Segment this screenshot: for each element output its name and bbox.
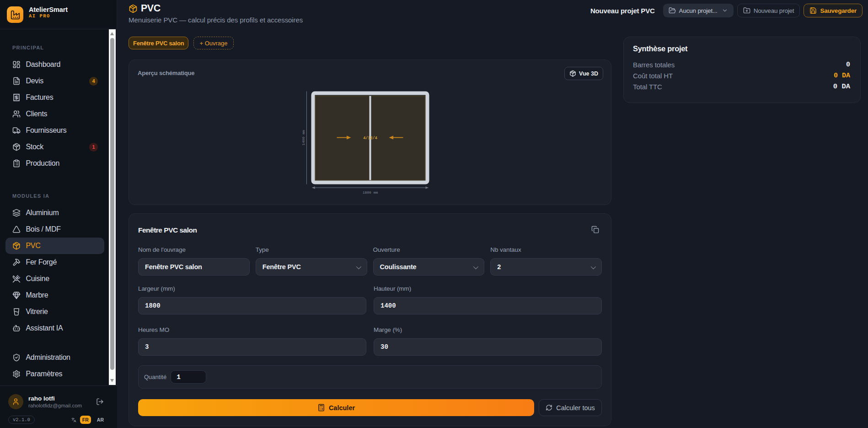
svg-text:1800 mm: 1800 mm bbox=[363, 190, 378, 195]
svg-text:1400 mm: 1400 mm bbox=[301, 130, 305, 146]
svg-text:4/12/4: 4/12/4 bbox=[363, 136, 377, 141]
